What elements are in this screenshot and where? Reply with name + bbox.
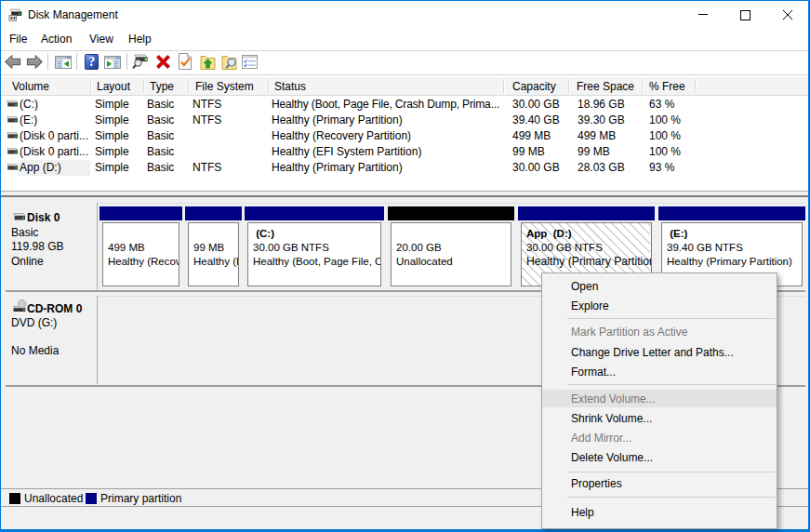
svg-text:?: ? — [88, 54, 95, 69]
